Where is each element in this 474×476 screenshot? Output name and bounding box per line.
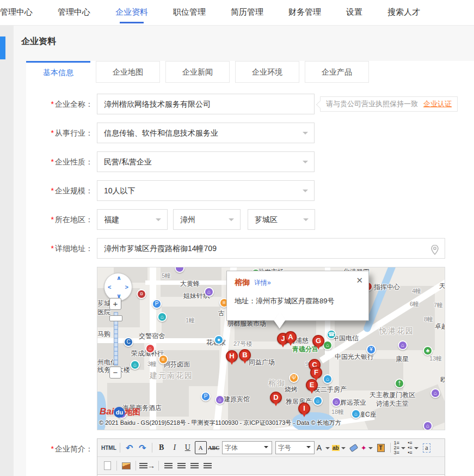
map-row: 5幢大黄蜂批发市场化港翠园姐妹针织指挥中心天4幢6幢7幢8幢古1幢芗城医院马购交…	[97, 267, 474, 430]
nav-item-2[interactable]: 企业资料	[108, 0, 156, 26]
baidu-logo[interactable]: Baidu地图	[100, 406, 140, 418]
poi-marker-icon[interactable]: ⌂	[351, 409, 361, 419]
close-icon[interactable]: ✕	[356, 276, 363, 285]
poi-marker-icon[interactable]: ⌂	[145, 344, 155, 353]
ol-icon[interactable]: 1≡2≡3≡	[394, 441, 407, 454]
poi-marker-icon[interactable]: ⌂	[204, 287, 214, 297]
zoom-slider-handle[interactable]	[109, 315, 122, 321]
poi-marker-icon[interactable]: ⌂	[130, 360, 140, 370]
location-pin-icon[interactable]	[430, 243, 439, 263]
map-pin-E[interactable]: E	[306, 379, 318, 391]
forecolor-icon[interactable]: A	[317, 441, 331, 454]
baidu-map[interactable]: 5幢大黄蜂批发市场化港翠园姐妹针织指挥中心天4幢6幢7幢8幢古1幢芗城医院马购交…	[97, 267, 445, 430]
justify-icon[interactable]	[201, 459, 213, 472]
map-label: 马购	[97, 329, 110, 339]
poi-marker-icon[interactable]: ⌂	[323, 374, 333, 384]
pastetext-icon[interactable]: T	[375, 441, 387, 454]
industry-select[interactable]: 信息传输、软件和信息技术服务业	[97, 123, 315, 143]
poi-marker-icon[interactable]: ⌂	[157, 312, 167, 322]
poi-marker-icon[interactable]: ⌂	[430, 388, 440, 398]
aligncenter-icon[interactable]	[175, 459, 187, 472]
tab-1[interactable]: 企业地图	[96, 61, 160, 83]
zoom-out-button[interactable]: −	[109, 367, 121, 379]
map-label: 诗浦天主堂	[376, 399, 409, 408]
city-select[interactable]: 漳州	[173, 209, 241, 230]
map-pin-F[interactable]: F	[310, 367, 322, 379]
poi-marker-icon[interactable]: ♣	[423, 346, 433, 356]
map-label: 6幢	[410, 300, 419, 308]
poi-marker-icon[interactable]: ≡	[158, 355, 168, 364]
eraser-icon[interactable]	[348, 441, 360, 454]
company-type-select[interactable]: 民营/私营企业	[97, 151, 315, 172]
pan-right-icon[interactable]: >	[125, 284, 128, 290]
ul-icon[interactable]: •≡•≡•≡	[408, 441, 420, 454]
poi-marker-icon[interactable]: ●	[214, 335, 224, 345]
nav-item-4[interactable]: 简历管理	[223, 0, 271, 26]
underline-icon[interactable]: U	[182, 441, 194, 454]
nav-item-6[interactable]: 设置	[338, 0, 370, 26]
poi-marker-icon[interactable]: ¥	[366, 345, 376, 355]
nav-item-7[interactable]: 搜索人才	[380, 0, 428, 26]
chevron-down-icon	[303, 218, 309, 224]
bold-icon[interactable]: B	[156, 441, 168, 454]
pan-up-icon[interactable]: ∧	[116, 274, 121, 282]
zoom-in-button[interactable]: +	[109, 298, 121, 310]
nav-item-3[interactable]: 职位管理	[165, 0, 213, 26]
tab-3[interactable]: 企业环境	[235, 61, 299, 83]
fontname-select[interactable]: 字体	[222, 441, 272, 454]
html-icon[interactable]: HTML	[101, 441, 116, 454]
poi-marker-icon[interactable]: ☎	[327, 329, 336, 339]
indent-icon[interactable]: →	[139, 459, 155, 472]
wand-icon[interactable]: ✦	[361, 441, 374, 454]
company-name-input[interactable]: 漳州楷欣网络技术服务有限公司	[97, 94, 315, 114]
map-pin-B[interactable]: B	[239, 349, 251, 361]
image-icon[interactable]	[120, 459, 132, 472]
address-input[interactable]: 漳州市芗城区丹霞路榕御14幢709	[97, 238, 445, 259]
poi-marker-icon[interactable]: ⌂	[331, 397, 341, 407]
poi-marker-icon[interactable]: ⌂	[313, 396, 323, 406]
alignleft-icon[interactable]	[162, 459, 174, 472]
italic-icon[interactable]: I	[169, 441, 181, 454]
poi-marker-icon[interactable]: †	[395, 379, 404, 388]
nav-item-5[interactable]: 财务管理	[281, 0, 329, 26]
alignright-icon[interactable]	[188, 459, 200, 472]
map-pin-D[interactable]: D	[270, 392, 282, 404]
anchor-icon[interactable]: a	[421, 441, 433, 454]
nav-item-0[interactable]: 管理中心	[0, 0, 40, 26]
poi-marker-icon[interactable]: Ψ	[289, 373, 299, 383]
hilite-icon[interactable]: ab	[332, 441, 347, 454]
map-pan-control[interactable]: ∧ ∨ < >	[104, 273, 132, 301]
tab-0[interactable]: 基本信息	[26, 61, 90, 83]
form-row-company-size: *企业规模： 10人以下	[26, 180, 474, 201]
fontsize-select[interactable]: 字号	[275, 441, 315, 454]
tab-4[interactable]: 企业产品	[305, 61, 369, 83]
tab-2[interactable]: 企业新闻	[165, 61, 230, 83]
company-size-select[interactable]: 10人以下	[97, 180, 315, 201]
nav-item-1[interactable]: 管理中心	[50, 0, 98, 26]
poi-marker-icon[interactable]: ⌂	[423, 421, 433, 430]
poi-marker-icon[interactable]: ¤	[137, 289, 146, 299]
map-pin-I[interactable]: I	[298, 402, 310, 414]
undo-icon[interactable]: ↶	[124, 441, 136, 454]
province-select[interactable]: 福建	[97, 209, 168, 230]
pan-left-icon[interactable]: <	[108, 284, 111, 290]
map-label: 大黄蜂	[180, 279, 200, 289]
infowindow-detail-link[interactable]: 详情»	[254, 279, 271, 286]
poi-marker-icon[interactable]: ⌂	[398, 340, 408, 350]
company-verify-link[interactable]: 企业认证	[423, 100, 452, 108]
map-pin-A[interactable]: A	[285, 331, 297, 343]
poi-marker-icon[interactable]: ⌂	[215, 395, 225, 405]
district-select[interactable]: 芗城区	[248, 209, 315, 230]
boxa-icon[interactable]: A	[195, 441, 207, 454]
form-row-company-type: *企业性质： 民营/私营企业	[26, 151, 474, 172]
newpage-icon[interactable]	[101, 459, 113, 472]
map-label: 烧烤	[285, 385, 298, 394]
poi-marker-icon[interactable]: C	[124, 337, 133, 347]
strike-icon[interactable]: ABC	[208, 441, 220, 454]
redo-icon[interactable]: ↷	[137, 441, 149, 454]
editor-toolbar-row1: HTML↶↷BIUAABC字体字号A ab✦T1≡2≡3≡•≡•≡•≡a	[97, 439, 445, 457]
map-pin-G[interactable]: G	[312, 335, 324, 347]
poi-marker-icon[interactable]: P	[152, 299, 162, 309]
map-pin-H[interactable]: H	[226, 350, 238, 362]
poi-marker-icon[interactable]: P	[201, 392, 211, 401]
